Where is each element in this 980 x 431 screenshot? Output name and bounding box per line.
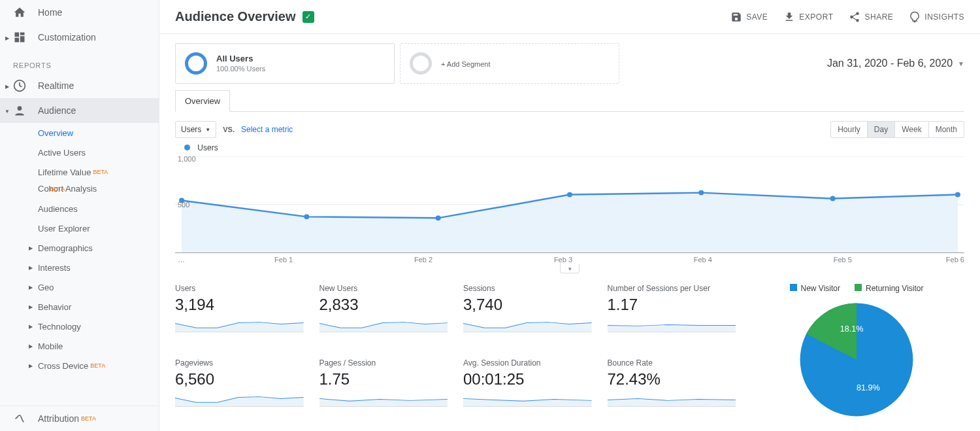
metric-users[interactable]: Users 3,194 (175, 284, 304, 344)
sidebar-sub-demographics[interactable]: ▶Demographics (38, 238, 159, 258)
y-tick: 1,000 (178, 155, 196, 163)
export-button[interactable]: EXPORT (783, 11, 833, 23)
sidebar-sub-label: User Explorer (38, 224, 90, 233)
reports-section-header: REPORTS (0, 50, 159, 73)
caret-icon: ▶ (29, 363, 33, 369)
period-month[interactable]: Month (929, 122, 964, 137)
expand-arrow-icon (4, 107, 10, 114)
person-icon (13, 104, 26, 117)
vs-label: VS. (223, 126, 235, 133)
metric-pageviews[interactable]: Pageviews 6,560 (175, 358, 304, 419)
main-content: Audience Overview ✓ SAVE EXPORT SHARE (159, 0, 980, 431)
pie-slice-new-label: 81.9% (857, 383, 880, 392)
x-tick: … (178, 256, 209, 264)
metric-value: 72.43% (608, 370, 736, 388)
visitor-pie-column: New Visitor Returning Visitor 18.1% 81.9… (749, 284, 964, 419)
period-week[interactable]: Week (895, 122, 928, 137)
sparkline-icon (175, 391, 304, 407)
sidebar-sub-technology[interactable]: ▶Technology (38, 317, 159, 336)
svg-point-7 (698, 190, 704, 196)
sidebar-audience[interactable]: Audience (0, 98, 159, 123)
sidebar-realtime[interactable]: Realtime (0, 73, 159, 98)
period-hourly[interactable]: Hourly (831, 122, 868, 137)
sidebar-sub-cohort[interactable]: Cohort AnalysisBETA (38, 182, 159, 199)
pie-legend: New Visitor Returning Visitor (790, 284, 924, 293)
sidebar-sub-behavior[interactable]: ▶Behavior (38, 297, 159, 317)
visitor-pie-chart: 18.1% 81.9% (798, 301, 915, 419)
sidebar-audience-label: Audience (38, 105, 76, 116)
sidebar-attribution[interactable]: Attribution BETA (0, 406, 159, 431)
line-chart-svg (175, 156, 964, 252)
x-tick: Feb 1 (218, 256, 349, 264)
sidebar-home[interactable]: Home (0, 0, 159, 25)
caret-icon: ▶ (29, 324, 33, 330)
legend-dot-icon (184, 145, 190, 150)
insights-label: INSIGHTS (924, 12, 964, 22)
sparkline-icon (319, 391, 448, 407)
sidebar-sub-label: Geo (38, 283, 54, 292)
metric-pages-session[interactable]: Pages / Session 1.75 (319, 358, 448, 419)
chart-legend-label: Users (197, 143, 218, 152)
sparkline-icon (175, 317, 304, 332)
page-header: Audience Overview ✓ SAVE EXPORT SHARE (159, 0, 980, 34)
metric-sessions-per-user[interactable]: Number of Sessions per User 1.17 (608, 284, 736, 344)
verified-shield-icon: ✓ (302, 11, 314, 23)
metric-avg-duration[interactable]: Avg. Session Duration 00:01:25 (463, 358, 592, 419)
sidebar-sub-active-users[interactable]: Active Users (38, 143, 159, 162)
select-metric-link[interactable]: Select a metric (241, 125, 293, 134)
segment-all-users[interactable]: All Users 100.00% Users (175, 43, 395, 84)
sidebar: Home Customization REPORTS Realtime Audi… (0, 0, 159, 431)
segment-title: All Users (216, 54, 265, 63)
sidebar-sub-geo[interactable]: ▶Geo (38, 277, 159, 297)
save-label: SAVE (746, 12, 768, 22)
segment-add[interactable]: + Add Segment (400, 43, 619, 84)
caret-icon: ▶ (29, 245, 33, 251)
sidebar-sub-label: Behavior (38, 302, 71, 312)
home-icon (13, 6, 26, 19)
sidebar-sub-user-explorer[interactable]: User Explorer (38, 218, 159, 238)
insights-button[interactable]: INSIGHTS (909, 11, 964, 23)
metric-selector[interactable]: Users ▼ (175, 121, 216, 138)
tab-overview[interactable]: Overview (175, 90, 230, 112)
sidebar-sub-audiences[interactable]: Audiences (38, 199, 159, 218)
sidebar-sub-label: Cohort Analysis (38, 184, 97, 194)
save-button[interactable]: SAVE (730, 11, 768, 23)
sidebar-sub-label: Mobile (38, 341, 63, 351)
metrics-grid: Users 3,194 New Users 2,833 Sessions 3,7… (175, 284, 736, 419)
x-tick: Feb 5 (777, 256, 908, 264)
beta-badge: BETA (93, 169, 108, 175)
beta-badge: BETA (90, 362, 105, 369)
metric-label: Pageviews (175, 358, 304, 368)
x-tick: Feb 6 (917, 256, 964, 264)
legend-swatch-icon (790, 284, 797, 291)
sidebar-sub-label: Active Users (38, 148, 86, 158)
chart-expand-handle[interactable]: ▾ (560, 264, 580, 273)
share-button[interactable]: SHARE (849, 11, 893, 23)
dropdown-caret-icon: ▼ (205, 127, 210, 133)
sidebar-sub-interests[interactable]: ▶Interests (38, 258, 159, 277)
segment-ring-icon (410, 52, 432, 75)
sidebar-sub-cross-device[interactable]: ▶Cross DeviceBETA (38, 356, 159, 375)
chart-legend: Users (184, 143, 964, 152)
metric-value: 2,833 (319, 296, 448, 314)
segment-subtitle: 100.00% Users (216, 65, 265, 73)
sidebar-sub-overview[interactable]: Overview (38, 123, 159, 143)
sidebar-customization[interactable]: Customization (0, 25, 159, 50)
y-tick: 500 (178, 201, 189, 209)
period-day[interactable]: Day (868, 122, 895, 137)
x-tick: Feb 4 (638, 256, 768, 264)
share-label: SHARE (864, 12, 893, 22)
period-buttons: Hourly Day Week Month (830, 121, 964, 138)
metric-new-users[interactable]: New Users 2,833 (319, 284, 448, 344)
sidebar-sub-mobile[interactable]: ▶Mobile (38, 336, 159, 356)
header-actions: SAVE EXPORT SHARE INSIGHTS (730, 11, 964, 23)
svg-point-8 (830, 196, 836, 201)
metric-bounce-rate[interactable]: Bounce Rate 72.43% (608, 358, 736, 419)
beta-badge: BETA (50, 186, 65, 192)
metric-sessions[interactable]: Sessions 3,740 (463, 284, 592, 344)
sidebar-sub-lifetime-value[interactable]: Lifetime ValueBETA (38, 162, 159, 182)
date-range-picker[interactable]: Jan 31, 2020 - Feb 6, 2020 ▼ (827, 58, 964, 69)
metric-selector-label: Users (181, 125, 201, 134)
sidebar-audience-sublist: Overview Active Users Lifetime ValueBETA… (0, 123, 159, 375)
sidebar-realtime-label: Realtime (38, 80, 74, 91)
